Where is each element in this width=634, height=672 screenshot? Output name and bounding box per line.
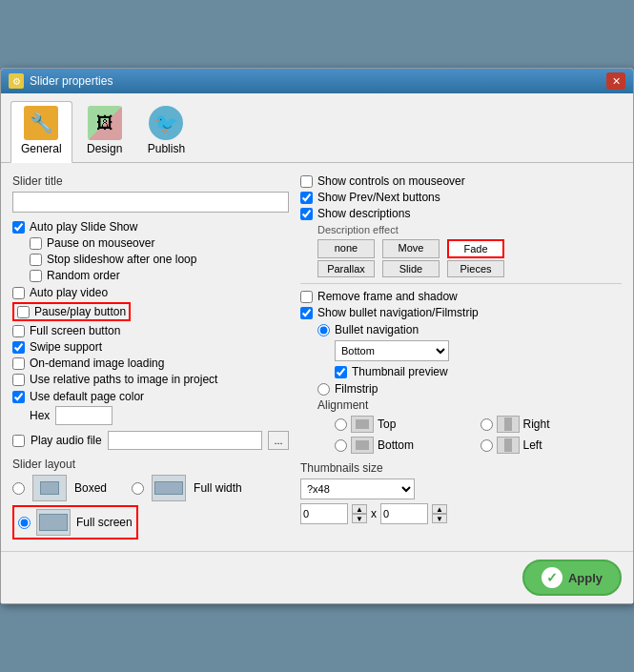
show-bullet-checkbox[interactable]: [300, 307, 313, 319]
layout-full-screen-label: Full screen: [76, 516, 133, 529]
on-demand-checkbox[interactable]: [12, 357, 25, 370]
auto-play-label: Auto play Slide Show: [30, 220, 137, 234]
full-width-icon: [152, 475, 186, 501]
spinner-up-1[interactable]: ▲: [352, 504, 367, 514]
swipe-support-checkbox[interactable]: [12, 341, 25, 354]
align-left-label: Left: [523, 438, 542, 452]
random-order-row: Random order: [30, 269, 289, 282]
show-descriptions-label: Show descriptions: [317, 207, 410, 220]
footer: ✓ Apply: [1, 551, 633, 603]
thumbnail-preview-row: Thumbnail preview: [335, 365, 622, 378]
bullet-nav-section: Bullet navigation Bottom Thumbnail previ…: [317, 323, 622, 378]
layout-full-width-label: Full width: [194, 481, 242, 495]
slider-title-label: Slider title: [12, 174, 289, 188]
swipe-support-label: Swipe support: [30, 340, 102, 354]
filmstrip-section: Filmstrip Alignment Top Right: [300, 382, 622, 454]
spinner-down-1[interactable]: ▼: [352, 514, 367, 523]
pause-play-label: Pause/play button: [34, 305, 126, 318]
align-left-radio[interactable]: [481, 439, 493, 452]
bottom-dropdown[interactable]: Bottom: [335, 340, 449, 361]
tab-design-label: Design: [87, 142, 122, 155]
spinner-down-2[interactable]: ▼: [432, 514, 447, 523]
layout-boxed-radio[interactable]: [12, 482, 25, 495]
auto-play-video-row: Auto play video: [12, 286, 289, 299]
effect-move[interactable]: Move: [382, 239, 440, 258]
slider-title-input[interactable]: [12, 192, 289, 213]
default-page-color-checkbox[interactable]: [12, 391, 25, 403]
full-screen-highlight: Full screen: [12, 505, 138, 540]
tab-publish[interactable]: 🐦 Publish: [137, 101, 195, 162]
layout-full-width-radio[interactable]: [132, 482, 144, 495]
spinner-1: ▲ ▼: [352, 504, 367, 523]
show-descriptions-checkbox[interactable]: [300, 208, 313, 220]
bullet-nav-radio[interactable]: [317, 324, 330, 336]
stop-slideshow-label: Stop slideshow after one loop: [47, 253, 196, 266]
layout-full-screen-row: Full screen: [12, 505, 289, 540]
thumbnails-dropdown[interactable]: ?x48: [300, 479, 415, 499]
align-right-radio[interactable]: [481, 418, 493, 431]
full-screen-button-row: Full screen button: [12, 324, 289, 337]
relative-paths-checkbox[interactable]: [12, 374, 25, 386]
show-prev-next-label: Show Prev/Next buttons: [317, 191, 440, 204]
thumbnails-size-label: Thumbnails size: [300, 461, 622, 475]
tab-general[interactable]: 🔧 General: [10, 101, 72, 163]
default-page-color-row: Use default page color: [12, 390, 289, 403]
browse-button[interactable]: ...: [268, 431, 289, 450]
size-x-label: x: [371, 507, 377, 520]
remove-frame-checkbox[interactable]: [300, 291, 313, 303]
swipe-support-row: Swipe support: [12, 340, 289, 354]
random-order-label: Random order: [47, 269, 120, 282]
random-order-checkbox[interactable]: [30, 270, 42, 282]
align-top-icon: [351, 416, 374, 433]
apply-button[interactable]: ✓ Apply: [522, 560, 622, 596]
pause-play-checkbox[interactable]: [17, 306, 30, 318]
size-input-1[interactable]: [300, 503, 348, 524]
align-top-item: Top: [335, 416, 477, 433]
auto-play-video-checkbox[interactable]: [12, 287, 25, 299]
effect-fade[interactable]: Fade: [447, 239, 504, 258]
effect-grid: none Move Fade Parallax Slide Pieces: [317, 239, 622, 277]
play-audio-checkbox[interactable]: [12, 435, 25, 447]
effect-pieces[interactable]: Pieces: [447, 260, 504, 277]
filmstrip-radio[interactable]: [317, 383, 330, 396]
effect-none[interactable]: none: [317, 239, 375, 258]
tab-design[interactable]: 🖼 Design: [76, 101, 133, 162]
effect-slide[interactable]: Slide: [382, 260, 440, 277]
tab-bar: 🔧 General 🖼 Design 🐦 Publish: [1, 93, 633, 163]
boxed-icon: [32, 475, 67, 501]
spinner-up-2[interactable]: ▲: [432, 504, 447, 514]
pause-play-highlight: Pause/play button: [12, 302, 131, 321]
hex-input[interactable]: [55, 406, 112, 425]
layout-full-screen-radio[interactable]: [18, 517, 31, 529]
pause-mouseover-row: Pause on mouseover: [30, 236, 289, 250]
close-button[interactable]: ✕: [606, 72, 625, 90]
align-right-icon: [497, 416, 520, 433]
align-bottom-radio[interactable]: [335, 439, 347, 452]
titlebar-title: Slider properties: [30, 74, 112, 88]
layout-boxed-label: Boxed: [74, 481, 107, 495]
align-top-radio[interactable]: [335, 418, 347, 431]
thumbnail-preview-label: Thumbnail preview: [352, 365, 448, 378]
effect-parallax[interactable]: Parallax: [317, 260, 375, 277]
pause-mouseover-checkbox[interactable]: [30, 237, 42, 250]
right-panel: Show controls on mouseover Show Prev/Nex…: [300, 174, 622, 540]
relative-paths-label: Use relative paths to image in project: [30, 373, 217, 386]
bullet-nav-row: Bullet navigation: [317, 323, 622, 336]
align-bottom-item: Bottom: [335, 437, 477, 454]
tab-publish-label: Publish: [148, 142, 185, 155]
auto-play-checkbox[interactable]: [12, 221, 25, 234]
stop-slideshow-checkbox[interactable]: [30, 254, 42, 266]
full-screen-button-checkbox[interactable]: [12, 325, 25, 337]
size-input-2[interactable]: [380, 503, 428, 524]
thumbnails-section: Thumbnails size ?x48 ▲ ▼ x ▲ ▼: [300, 461, 622, 524]
thumbnail-preview-checkbox[interactable]: [335, 366, 347, 378]
show-prev-next-checkbox[interactable]: [300, 192, 313, 204]
align-left-item: Left: [481, 437, 623, 454]
show-controls-checkbox[interactable]: [300, 175, 313, 188]
slider-properties-window: ⚙ Slider properties ✕ 🔧 General 🖼 Design…: [0, 68, 634, 604]
auto-play-video-label: Auto play video: [30, 286, 108, 299]
audio-file-input[interactable]: [108, 431, 262, 450]
full-screen-layout-icon: [36, 509, 71, 536]
relative-paths-row: Use relative paths to image in project: [12, 373, 289, 386]
pause-mouseover-label: Pause on mouseover: [47, 236, 154, 250]
